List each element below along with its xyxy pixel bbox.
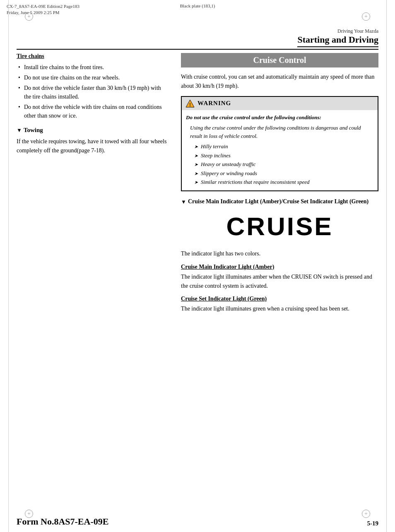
left-border	[8, 0, 9, 532]
list-item: Do not drive the vehicle faster than 30 …	[17, 84, 169, 101]
left-column: Tire chains Install tire chains to the f…	[17, 53, 169, 499]
reg-mark-top-left	[25, 12, 33, 22]
cruise-control-header: Cruise Control	[181, 53, 378, 67]
cruise-big-text: CRUISE	[181, 212, 378, 241]
warning-bold-line: Do not use the cruise control under the …	[186, 113, 373, 122]
towing-section: Towing If the vehicle requires towing, h…	[17, 127, 169, 156]
amber-indicator-text: The indicator light illuminates amber wh…	[181, 272, 378, 291]
footer: Form No.8AS7-EA-09E 5-19	[0, 499, 395, 532]
list-item: Heavy or unsteady traffic	[194, 160, 373, 169]
indicator-heading: Cruise Main Indicator Light (Amber)/Crui…	[181, 197, 378, 206]
warning-conditions-list: Hilly terrain Steep inclines Heavy or un…	[186, 142, 373, 186]
list-item: Steep inclines	[194, 152, 373, 160]
warning-title: WARNING	[198, 100, 231, 107]
list-item: Slippery or winding roads	[194, 169, 373, 178]
list-item: Do not drive the vehicle with tire chain…	[17, 103, 169, 120]
footer-page-number: 5-19	[367, 520, 379, 527]
warning-italic-intro: Using the cruise control under the follo…	[186, 124, 373, 140]
two-colors-text: The indicator light has two colors.	[181, 249, 378, 258]
tire-chains-section: Tire chains Install tire chains to the f…	[17, 53, 169, 120]
meta-line2: Friday, June 5 2009 2:25 PM	[7, 10, 79, 16]
meta-line1: CX-7_8AS7-EA-09E Edition2 Page183	[7, 3, 79, 10]
warning-triangle-icon: !	[185, 99, 195, 108]
green-indicator-heading: Cruise Set Indicator Light (Green)	[181, 296, 378, 302]
tire-chains-heading: Tire chains	[17, 53, 169, 60]
section-title: Starting and Driving	[297, 34, 378, 47]
svg-text:!: !	[189, 102, 191, 108]
right-column: Cruise Control With cruise control, you …	[181, 53, 378, 499]
list-item: Hilly terrain	[194, 142, 373, 151]
towing-heading: Towing	[17, 127, 169, 134]
right-border	[386, 0, 387, 532]
towing-text: If the vehicle requires towing, have it …	[17, 137, 169, 156]
green-indicator-text: The indicator light illuminates green wh…	[181, 304, 378, 313]
header-meta-left: CX-7_8AS7-EA-09E Edition2 Page183 Friday…	[7, 3, 79, 16]
list-item: Install tire chains to the front tires.	[17, 63, 169, 72]
warning-content: Do not use the cruise control under the …	[182, 110, 378, 190]
list-item: Similar restrictions that require incons…	[194, 178, 373, 186]
reg-mark-top-right	[362, 12, 370, 22]
list-item: Do not use tire chains on the rear wheel…	[17, 73, 169, 82]
amber-indicator-heading: Cruise Main Indicator Light (Amber)	[181, 264, 378, 270]
warning-box: ! WARNING Do not use the cruise control …	[181, 96, 378, 191]
cruise-intro-text: With cruise control, you can set and aut…	[181, 72, 378, 91]
warning-header: ! WARNING	[182, 97, 378, 110]
footer-form-number: Form No.8AS7-EA-09E	[17, 516, 108, 527]
tire-chains-list: Install tire chains to the front tires. …	[17, 63, 169, 120]
header-meta-center: Black plate (183,1)	[180, 3, 215, 8]
section-subtitle: Driving Your Mazda	[297, 28, 378, 34]
section-header: Driving Your Mazda Starting and Driving	[297, 28, 378, 47]
main-content: Tire chains Install tire chains to the f…	[17, 53, 378, 499]
section-divider	[17, 49, 378, 50]
